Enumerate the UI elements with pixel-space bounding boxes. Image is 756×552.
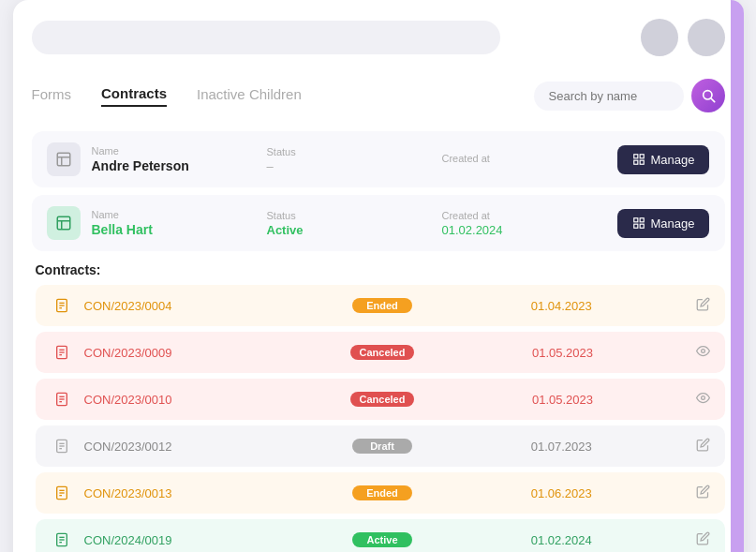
contract-id-0009: CON/2023/0009 xyxy=(84,346,350,360)
andre-name: Andre Peterson xyxy=(92,158,267,173)
contract-edit-0019[interactable] xyxy=(696,531,710,548)
contract-icon-0019 xyxy=(51,529,73,551)
tab-forms[interactable]: Forms xyxy=(32,86,72,106)
manage-button-bella[interactable]: Manage xyxy=(617,209,710,238)
svg-rect-7 xyxy=(633,160,637,164)
svg-rect-13 xyxy=(640,218,644,222)
search-button[interactable] xyxy=(691,79,725,112)
bella-created-label: Created at xyxy=(442,210,617,221)
main-container: Forms Contracts Inactive Children Name A… xyxy=(13,0,744,552)
bella-created-col: Created at 01.02.2024 xyxy=(442,210,617,237)
svg-point-24 xyxy=(701,350,704,353)
search-input[interactable] xyxy=(534,82,684,111)
right-scroll-bar[interactable] xyxy=(731,0,744,552)
top-bar xyxy=(32,19,725,56)
contract-date-0009: 01.05.2023 xyxy=(429,346,695,360)
contract-date-0013: 01.06.2023 xyxy=(427,486,696,500)
bella-status-label: Status xyxy=(267,210,442,221)
contract-badge-0010: Canceled xyxy=(350,392,415,407)
contract-date-0004: 01.04.2023 xyxy=(427,299,696,313)
contract-row-0013: CON/2023/0013 Ended 01.06.2023 xyxy=(36,472,725,514)
svg-point-29 xyxy=(701,396,704,400)
top-avatar-2[interactable] xyxy=(688,19,725,56)
andre-status-col: Status – xyxy=(267,146,442,173)
nav-tabs: Forms Contracts Inactive Children xyxy=(32,79,725,112)
contract-edit-0013[interactable] xyxy=(696,485,710,501)
contract-row-0009: CON/2023/0009 Canceled 01.05.2023 xyxy=(36,332,725,373)
contracts-section-title: Contracts: xyxy=(36,262,725,277)
svg-rect-12 xyxy=(633,218,637,222)
search-area xyxy=(534,79,725,112)
person-info-andre: Name Andre Peterson xyxy=(92,145,267,173)
contract-badge-0013: Ended xyxy=(352,485,412,500)
contract-icon-0009 xyxy=(51,341,73,364)
top-search-bar xyxy=(32,21,500,54)
person-info-bella: Name Bella Hart xyxy=(92,209,267,237)
svg-rect-14 xyxy=(633,224,637,228)
person-icon-andre xyxy=(47,142,81,176)
contract-edit-0004[interactable] xyxy=(696,297,710,314)
manage-button-andre[interactable]: Manage xyxy=(617,145,710,174)
svg-rect-6 xyxy=(640,155,644,158)
contract-id-0010: CON/2023/0010 xyxy=(84,393,350,407)
contract-row-0012: CON/2023/0012 Draft 01.07.2023 xyxy=(36,425,725,467)
person-row-andre: Name Andre Peterson Status – Created at … xyxy=(32,131,725,187)
contract-badge-0019: Active xyxy=(352,532,412,547)
contract-date-0019: 01.02.2024 xyxy=(427,533,696,547)
contract-badge-0004: Ended xyxy=(352,298,412,313)
person-icon-bella xyxy=(47,206,81,240)
top-avatar-1[interactable] xyxy=(641,19,678,56)
tab-inactive-children[interactable]: Inactive Children xyxy=(197,86,302,106)
svg-rect-15 xyxy=(640,224,644,228)
contract-date-0012: 01.07.2023 xyxy=(427,440,696,454)
contract-id-0004: CON/2023/0004 xyxy=(84,299,353,313)
bella-status-col: Status Active xyxy=(267,210,442,237)
svg-rect-2 xyxy=(57,153,70,166)
contract-view-0009[interactable] xyxy=(696,344,710,361)
andre-status-label: Status xyxy=(267,146,442,157)
svg-rect-9 xyxy=(57,216,70,230)
andre-status-value: – xyxy=(267,159,442,173)
contract-row-0004: CON/2023/0004 Ended 01.04.2023 xyxy=(36,285,725,326)
andre-name-label: Name xyxy=(92,145,267,157)
andre-created-label: Created at xyxy=(442,153,617,164)
contract-id-0019: CON/2024/0019 xyxy=(84,533,353,547)
bella-status-value: Active xyxy=(267,223,442,237)
contract-icon-0010 xyxy=(51,388,73,410)
contract-icon-0012 xyxy=(51,435,73,457)
tab-contracts[interactable]: Contracts xyxy=(101,85,167,107)
bella-created-value: 01.02.2024 xyxy=(442,223,617,237)
contract-edit-0012[interactable] xyxy=(696,438,710,455)
contract-badge-0009: Canceled xyxy=(350,345,415,360)
contracts-section: Contracts: CON/2023/0004 Ended 01.04.202… xyxy=(32,262,725,552)
andre-created-col: Created at xyxy=(442,153,617,166)
svg-rect-8 xyxy=(640,160,644,164)
contract-id-0013: CON/2023/0013 xyxy=(84,486,353,500)
person-row-bella: Name Bella Hart Status Active Created at… xyxy=(32,195,725,251)
svg-rect-5 xyxy=(633,155,637,158)
contract-row-0019: CON/2024/0019 Active 01.02.2024 xyxy=(36,519,725,552)
contract-view-0010[interactable] xyxy=(696,391,710,408)
contract-date-0010: 01.05.2023 xyxy=(429,393,695,407)
contract-row-0010: CON/2023/0010 Canceled 01.05.2023 xyxy=(36,379,725,420)
bella-name-label: Name xyxy=(92,209,267,220)
contract-id-0012: CON/2023/0012 xyxy=(84,440,353,454)
bella-name: Bella Hart xyxy=(92,222,267,237)
contract-icon-0004 xyxy=(51,294,73,317)
contract-badge-0012: Draft xyxy=(352,439,412,454)
svg-line-1 xyxy=(711,98,715,102)
contract-icon-0013 xyxy=(51,482,73,504)
